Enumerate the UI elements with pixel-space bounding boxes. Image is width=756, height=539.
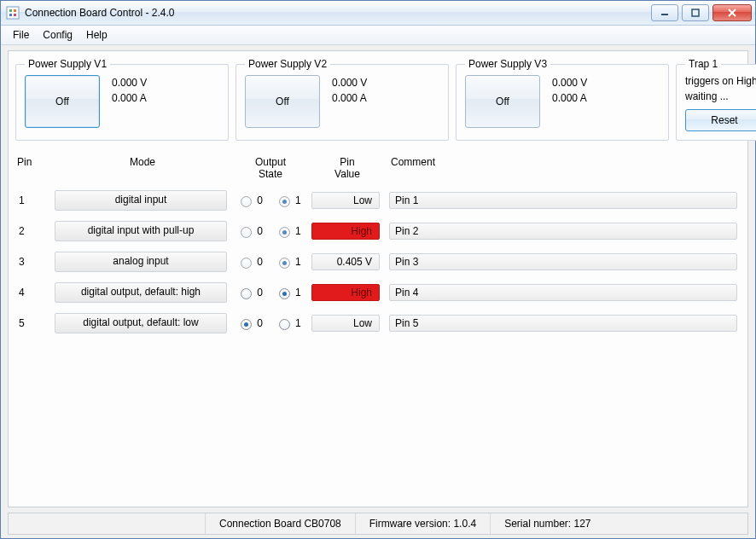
pin-row: 1digital input01LowPin 1 bbox=[15, 188, 741, 212]
col-header-comment: Comment bbox=[386, 156, 741, 168]
output-radio-1-label: 1 bbox=[295, 194, 301, 206]
pin-comment-field[interactable]: Pin 2 bbox=[389, 223, 737, 240]
menubar: File Config Help bbox=[1, 26, 755, 45]
output-state-cell: 01 bbox=[230, 194, 307, 207]
output-radio-0[interactable] bbox=[241, 258, 252, 269]
pin-comment-field[interactable]: Pin 5 bbox=[389, 315, 737, 332]
pin-number: 5 bbox=[15, 317, 51, 329]
output-state-cell: 01 bbox=[230, 224, 307, 238]
output-radio-1-wrap[interactable]: 1 bbox=[275, 255, 301, 269]
client-area: Power Supply V1Off0.000 V0.000 APower Su… bbox=[1, 45, 755, 538]
menu-file[interactable]: File bbox=[6, 27, 36, 43]
power-supply-toggle-button[interactable]: Off bbox=[245, 75, 320, 128]
power-supply-current: 0.000 A bbox=[112, 92, 147, 104]
output-radio-0-label: 0 bbox=[257, 194, 263, 206]
pin-row: 2digital input with pull-up01HighPin 2 bbox=[15, 219, 741, 243]
output-radio-1[interactable] bbox=[279, 319, 290, 330]
output-radio-1[interactable] bbox=[279, 196, 290, 207]
content-frame: Power Supply V1Off0.000 V0.000 APower Su… bbox=[8, 50, 748, 507]
svg-rect-3 bbox=[9, 14, 12, 16]
pin-mode-select[interactable]: digital output, default: high bbox=[55, 282, 227, 303]
pin-number: 1 bbox=[15, 194, 51, 206]
output-radio-0-wrap[interactable]: 0 bbox=[236, 316, 263, 330]
app-window: Connection Board Control - 2.4.0 File Co… bbox=[0, 0, 756, 539]
output-radio-0-label: 0 bbox=[257, 287, 263, 298]
power-supply-legend: Power Supply V3 bbox=[465, 58, 550, 70]
output-radio-1-label: 1 bbox=[295, 256, 301, 268]
trap-reset-button[interactable]: Reset bbox=[685, 109, 756, 131]
output-radio-1-label: 1 bbox=[295, 317, 301, 329]
output-radio-1-wrap[interactable]: 1 bbox=[275, 224, 301, 238]
output-radio-1-label: 1 bbox=[295, 225, 301, 237]
output-radio-0-label: 0 bbox=[257, 317, 263, 329]
power-supply-voltage: 0.000 V bbox=[552, 77, 587, 89]
minimize-icon bbox=[660, 9, 669, 17]
pin-number: 4 bbox=[15, 287, 51, 298]
pin-value-display: High bbox=[311, 284, 380, 301]
pin-comment-field[interactable]: Pin 3 bbox=[389, 253, 737, 270]
power-supply-voltage: 0.000 V bbox=[112, 77, 147, 89]
pin-comment-field[interactable]: Pin 1 bbox=[389, 192, 737, 209]
pins-table-header: Pin Mode Output State Pin Value Comment bbox=[15, 153, 741, 188]
power-supply-legend: Power Supply V1 bbox=[25, 58, 110, 70]
trap-status-text: waiting ... bbox=[685, 90, 756, 102]
close-icon bbox=[727, 9, 737, 17]
minimize-button[interactable] bbox=[651, 4, 678, 21]
output-radio-0[interactable] bbox=[241, 288, 252, 299]
menu-config[interactable]: Config bbox=[36, 27, 79, 43]
power-supply-current: 0.000 A bbox=[332, 92, 367, 104]
output-radio-0-wrap[interactable]: 0 bbox=[236, 255, 263, 269]
output-radio-0-wrap[interactable]: 0 bbox=[236, 194, 263, 207]
pin-number: 2 bbox=[15, 225, 51, 237]
pin-number: 3 bbox=[15, 256, 51, 268]
output-radio-1[interactable] bbox=[279, 288, 290, 299]
pin-value-display: Low bbox=[311, 315, 380, 332]
output-radio-0-label: 0 bbox=[257, 256, 263, 268]
power-supply-toggle-button[interactable]: Off bbox=[465, 75, 540, 128]
output-state-cell: 01 bbox=[230, 316, 307, 330]
power-supply-group-2: Power Supply V2Off0.000 V0.000 A bbox=[236, 58, 449, 141]
trap-legend: Trap 1 bbox=[685, 58, 721, 70]
maximize-button[interactable] bbox=[682, 4, 709, 21]
pin-comment-field[interactable]: Pin 4 bbox=[389, 284, 737, 301]
output-state-cell: 01 bbox=[230, 255, 307, 269]
pin-value-display: 0.405 V bbox=[311, 253, 380, 270]
titlebar: Connection Board Control - 2.4.0 bbox=[1, 1, 755, 26]
output-radio-1-wrap[interactable]: 1 bbox=[275, 286, 301, 299]
status-serial: Serial number: 127 bbox=[491, 513, 747, 534]
output-radio-0-wrap[interactable]: 0 bbox=[236, 224, 263, 238]
maximize-icon bbox=[691, 9, 700, 17]
output-radio-0[interactable] bbox=[241, 196, 252, 207]
output-radio-1[interactable] bbox=[279, 227, 290, 238]
svg-rect-2 bbox=[14, 9, 16, 12]
output-radio-0-wrap[interactable]: 0 bbox=[236, 286, 263, 299]
svg-rect-1 bbox=[9, 9, 12, 12]
pin-value-display: High bbox=[311, 223, 380, 240]
svg-rect-6 bbox=[692, 9, 699, 16]
power-supply-legend: Power Supply V2 bbox=[245, 58, 330, 70]
pin-row: 3analog input010.405 VPin 3 bbox=[15, 250, 741, 274]
trap-reset-label: Reset bbox=[711, 114, 737, 126]
pin-mode-select[interactable]: digital output, default: low bbox=[55, 313, 227, 333]
col-header-pin: Pin bbox=[15, 156, 53, 168]
menu-help[interactable]: Help bbox=[79, 27, 114, 43]
col-header-mode: Mode bbox=[53, 156, 232, 168]
output-radio-0[interactable] bbox=[241, 227, 252, 238]
output-radio-1[interactable] bbox=[279, 258, 290, 269]
pin-mode-select[interactable]: analog input bbox=[55, 252, 227, 272]
power-supply-toggle-button[interactable]: Off bbox=[25, 75, 100, 128]
power-supply-toggle-label: Off bbox=[496, 96, 509, 107]
output-radio-0-label: 0 bbox=[257, 225, 263, 237]
pin-mode-select[interactable]: digital input with pull-up bbox=[55, 221, 227, 241]
app-icon bbox=[6, 6, 20, 20]
pin-row: 5digital output, default: low01LowPin 5 bbox=[15, 311, 741, 335]
pin-value-display: Low bbox=[311, 192, 380, 209]
output-radio-0[interactable] bbox=[241, 319, 252, 330]
output-radio-1-wrap[interactable]: 1 bbox=[275, 316, 301, 330]
svg-rect-0 bbox=[7, 7, 19, 19]
pin-mode-select[interactable]: digital input bbox=[55, 190, 227, 211]
statusbar: Connection Board CB0708 Firmware version… bbox=[8, 513, 748, 535]
close-button[interactable] bbox=[712, 4, 752, 21]
output-radio-1-wrap[interactable]: 1 bbox=[275, 194, 301, 207]
power-supply-current: 0.000 A bbox=[552, 92, 587, 104]
